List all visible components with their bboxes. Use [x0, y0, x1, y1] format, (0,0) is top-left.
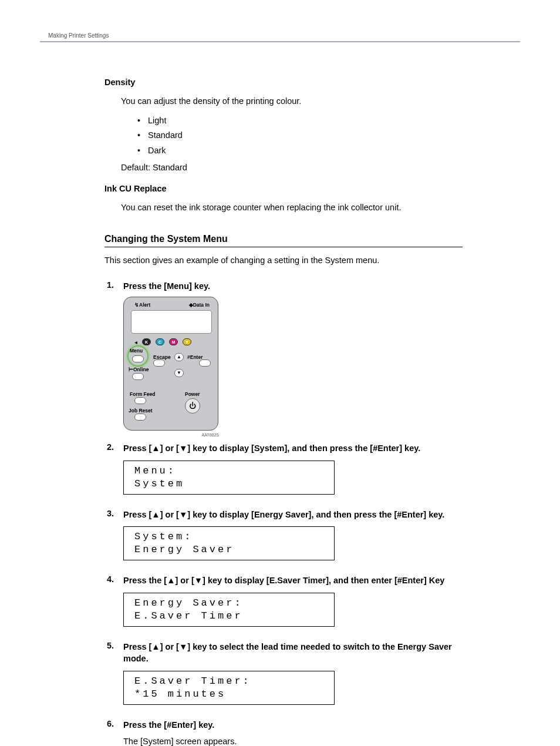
printer-panel: ↯Alert ◆Data In ◂ K C M Y Menu: [123, 297, 218, 431]
step-text: Press [▲] or [▼] key to select the lead …: [123, 641, 463, 665]
lcd-display: Menu: System: [123, 461, 335, 495]
step: Press [▲] or [▼] key to display [Energy …: [107, 509, 463, 563]
step: Press the [▲] or [▼] key to display [E.S…: [107, 574, 463, 629]
lcd-display: System: Energy Saver: [123, 526, 335, 560]
step: Press [▲] or [▼] key to select the lead …: [107, 641, 463, 707]
step: Press the [Menu] key. ↯Alert ◆Data In ◂ …: [107, 280, 463, 431]
ink-label: Ink CU Replace: [104, 184, 463, 193]
step-text: Press the [#Enter] key.: [123, 719, 463, 731]
ink-desc: You can reset the ink storage counter wh…: [121, 201, 463, 214]
lcd-display: Energy Saver: E.Saver Timer: [123, 593, 335, 627]
menu-button[interactable]: [132, 355, 144, 362]
step-note: The [System] screen appears.: [123, 737, 463, 746]
density-default: Default: Standard: [121, 163, 463, 172]
section-heading: Changing the System Menu: [104, 234, 463, 247]
power-button[interactable]: ⏻: [185, 398, 200, 414]
panel-screen: [131, 310, 212, 334]
content-area: Density You can adjust the density of th…: [40, 42, 463, 746]
panel-online-label: ⊢Online: [129, 367, 149, 372]
step: Press [▲] or [▼] key to display [System]…: [107, 442, 463, 496]
panel-ink-row: ◂ K C M Y: [134, 338, 191, 345]
density-desc: You can adjust the density of the printi…: [121, 95, 463, 107]
density-option: Light: [137, 113, 463, 128]
escape-button[interactable]: [153, 359, 165, 367]
ink-magenta-icon: M: [169, 338, 178, 345]
step-text: Press the [Menu] key.: [123, 280, 463, 292]
panel-code: AAT002S: [202, 433, 219, 437]
density-options: Light Standard Dark: [137, 113, 463, 158]
formfeed-button[interactable]: [134, 397, 146, 404]
step: Press the [#Enter] key. The [System] scr…: [107, 719, 463, 746]
panel-alert-label: ↯Alert: [134, 302, 150, 308]
step-text: Press the [▲] or [▼] key to display [E.S…: [123, 574, 463, 586]
density-option: Dark: [137, 143, 463, 158]
panel-datain-label: ◆Data In: [189, 302, 210, 308]
panel-jobreset-label: Job Reset: [129, 408, 153, 414]
page: Making Printer Settings Density You can …: [0, 0, 560, 746]
steps-list: Press the [Menu] key. ↯Alert ◆Data In ◂ …: [107, 280, 463, 746]
step-text: Press [▲] or [▼] key to display [System]…: [123, 442, 463, 454]
jobreset-button[interactable]: [134, 414, 146, 421]
enter-button[interactable]: [199, 359, 211, 367]
lcd-display: E.Saver Timer: *15 minutes: [123, 671, 335, 705]
ink-cyan-icon: C: [156, 338, 164, 345]
online-button[interactable]: [132, 373, 144, 380]
section-intro: This section gives an example of changin…: [104, 256, 463, 265]
printer-panel-figure: ↯Alert ◆Data In ◂ K C M Y Menu: [123, 297, 463, 431]
panel-power-label: Power: [185, 391, 200, 397]
running-head: Making Printer Settings: [40, 32, 520, 42]
down-arrow-button[interactable]: ▼: [174, 369, 184, 377]
step-text: Press [▲] or [▼] key to display [Energy …: [123, 509, 463, 520]
density-label: Density: [104, 78, 463, 87]
up-arrow-button[interactable]: ▲: [174, 353, 184, 361]
ink-black-icon: K: [142, 338, 151, 345]
density-option: Standard: [137, 128, 463, 143]
panel-menu-label: Menu: [130, 348, 143, 354]
panel-formfeed-label: Form Feed: [130, 391, 155, 397]
ink-yellow-icon: Y: [183, 338, 191, 345]
